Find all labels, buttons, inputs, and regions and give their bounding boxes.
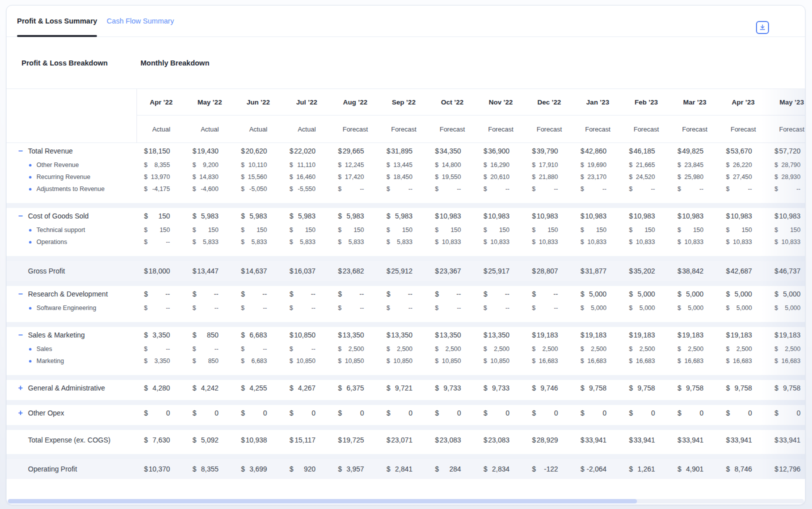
value-text: 13,447 xyxy=(197,267,218,275)
currency-symbol: $ xyxy=(580,174,584,180)
value-text: -- xyxy=(166,346,170,352)
section-total-expense-ex-cogs: Total Expense (ex. COGS)$7,630$5,092$10,… xyxy=(6,430,805,454)
value-text: 16,683 xyxy=(782,358,800,364)
row-marketing: Marketing$3,350$850$6,683$10,850$10,850$… xyxy=(6,355,805,367)
value-cell-operating-profit-may-22: $8,355 xyxy=(185,465,234,473)
currency-symbol: $ xyxy=(774,212,778,220)
collapse-minus-icon[interactable]: − xyxy=(17,290,24,298)
value-text: -- xyxy=(166,304,170,312)
value-text: 28,807 xyxy=(536,267,558,275)
value-cell-cost-of-goods-sold-oct-22: $10,983 xyxy=(428,212,476,220)
value-text: 25,917 xyxy=(488,267,510,275)
value-text: 31,877 xyxy=(585,267,606,275)
value-cell-software-engineering-jan-23: $5,000 xyxy=(573,304,622,312)
value-cell-technical-support-jul-22: $150 xyxy=(282,226,330,234)
value-text: 0 xyxy=(554,409,558,417)
column-type-may-22: Actual xyxy=(186,116,234,142)
value-text: 10,850 xyxy=(490,358,510,364)
scrollbar-thumb[interactable] xyxy=(8,499,637,504)
value-text: 4,901 xyxy=(686,465,704,473)
value-text: 23,083 xyxy=(440,436,461,444)
value-cell-general-administrative-jun-22: $4,255 xyxy=(234,384,282,392)
value-cell-other-opex-aug-22: $0 xyxy=(330,409,379,417)
value-cell-technical-support-jun-22: $150 xyxy=(234,226,282,234)
currency-symbol: $ xyxy=(774,147,778,155)
tab-profit-loss-summary[interactable]: Profit & Loss Summary xyxy=(17,6,97,36)
tab-cash-flow-summary[interactable]: Cash Flow Summary xyxy=(106,6,174,36)
value-text: 10,850 xyxy=(294,331,316,339)
currency-symbol: $ xyxy=(678,465,682,473)
value-cell-sales-marketing-jan-23: $19,183 xyxy=(573,331,622,339)
row-gross-profit: Gross Profit$18,000$13,447$14,637$16,037… xyxy=(6,261,805,281)
value-text: 10,983 xyxy=(730,212,752,220)
row-label-cell: Technical support xyxy=(6,226,136,234)
value-cell-adjustments-to-revenue-aug-22: $-- xyxy=(330,186,379,192)
value-cell-operations-jul-22: $5,833 xyxy=(282,238,330,246)
value-cell-general-administrative-mar-23: $9,758 xyxy=(670,384,718,392)
row-label-column-spacer xyxy=(6,116,136,142)
collapse-minus-icon[interactable]: − xyxy=(17,212,24,220)
value-text: 2,500 xyxy=(348,346,364,352)
collapse-minus-icon[interactable]: − xyxy=(17,148,24,154)
currency-symbol: $ xyxy=(726,174,730,180)
value-cell-operating-profit-jun-22: $3,699 xyxy=(234,465,282,473)
value-cell-technical-support-aug-22: $150 xyxy=(330,226,379,234)
value-cell-operating-profit-dec-22: $-122 xyxy=(524,465,573,473)
currency-symbol: $ xyxy=(144,358,148,364)
value-cell-operations-aug-22: $5,833 xyxy=(330,238,379,246)
value-cell-sales-apr-23: $2,500 xyxy=(718,346,767,352)
value-text: 0 xyxy=(700,409,704,417)
horizontal-scrollbar[interactable] xyxy=(8,499,804,504)
value-text: 150 xyxy=(450,226,461,234)
currency-symbol: $ xyxy=(726,436,730,444)
value-text: 150 xyxy=(305,226,316,234)
value-text: 10,833 xyxy=(490,238,510,246)
currency-symbol: $ xyxy=(580,409,584,417)
value-text: -- xyxy=(214,304,218,312)
section-other-opex: +Other Opex$0$0$0$0$0$0$0$0$0$0$0$0$0$0 xyxy=(6,405,805,425)
currency-symbol: $ xyxy=(241,436,245,444)
value-text: 9,758 xyxy=(589,384,606,392)
bullet-dot-icon xyxy=(29,229,32,232)
value-text: 4,242 xyxy=(201,384,218,392)
value-cell-software-engineering-apr-22: $-- xyxy=(136,304,185,312)
download-button[interactable] xyxy=(756,21,769,34)
value-cell-technical-support-nov-22: $150 xyxy=(476,226,524,234)
value-cell-research-development-sep-22: $-- xyxy=(379,290,428,298)
pl-table: Apr ’22May ’22Jun ’22Jul ’22Aug ’22Sep ’… xyxy=(6,89,805,479)
currency-symbol: $ xyxy=(192,186,196,192)
currency-symbol: $ xyxy=(726,409,730,417)
value-cell-gross-profit-may-22: $13,447 xyxy=(185,267,234,275)
value-cell-total-revenue-dec-22: $39,790 xyxy=(524,147,573,155)
value-cell-marketing-nov-22: $10,850 xyxy=(476,358,524,364)
value-cell-cost-of-goods-sold-apr-22: $150 xyxy=(136,212,185,220)
currency-symbol: $ xyxy=(484,304,487,312)
tab-label: Cash Flow Summary xyxy=(106,17,174,25)
value-cell-cost-of-goods-sold-may-22: $5,983 xyxy=(185,212,234,220)
collapse-minus-icon[interactable]: − xyxy=(17,332,24,338)
value-cell-other-opex-may-23: $0 xyxy=(767,409,805,417)
column-type-dec-22: Forecast xyxy=(525,116,574,142)
expand-plus-icon[interactable]: + xyxy=(17,384,24,392)
currency-symbol: $ xyxy=(192,147,196,155)
expand-plus-icon[interactable]: + xyxy=(17,410,24,416)
value-cell-operating-profit-apr-22: $10,370 xyxy=(136,465,185,473)
value-cell-software-engineering-apr-23: $5,000 xyxy=(718,304,767,312)
value-cell-total-expense-ex-cogs-may-22: $5,092 xyxy=(185,436,234,444)
value-cell-gross-profit-aug-22: $23,682 xyxy=(330,267,379,275)
value-cell-sales-dec-22: $2,500 xyxy=(524,346,573,352)
month-header-aug-22: Aug ’22 xyxy=(331,89,380,115)
value-text: 4,280 xyxy=(152,384,170,392)
row-label-cell: Recurring Revenue xyxy=(6,174,136,180)
row-label-cell: −Total Revenue xyxy=(6,147,136,155)
currency-symbol: $ xyxy=(192,304,196,312)
currency-symbol: $ xyxy=(386,238,390,246)
value-cell-technical-support-dec-22: $150 xyxy=(524,226,573,234)
value-cell-gross-profit-apr-22: $18,000 xyxy=(136,267,185,275)
currency-symbol: $ xyxy=(484,186,487,192)
value-cell-recurring-revenue-jan-23: $23,170 xyxy=(573,174,622,180)
value-cell-other-opex-dec-22: $0 xyxy=(524,409,573,417)
value-cell-gross-profit-dec-22: $28,807 xyxy=(524,267,573,275)
currency-symbol: $ xyxy=(386,346,390,352)
value-cell-operations-sep-22: $5,833 xyxy=(379,238,428,246)
